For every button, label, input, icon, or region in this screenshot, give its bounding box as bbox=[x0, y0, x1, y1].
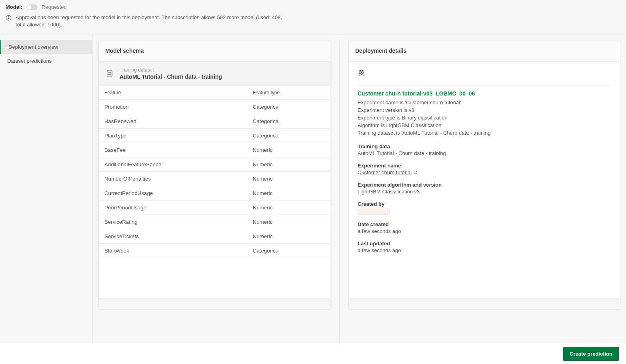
training-data-label: Training data bbox=[358, 143, 611, 149]
feature-type-cell: Numeric bbox=[247, 157, 330, 172]
experiment-link-text: Customer churn tutorial bbox=[358, 169, 412, 175]
feature-cell: ServiceTickets bbox=[99, 229, 247, 244]
table-row: PromotionCategorical bbox=[99, 100, 330, 114]
feature-type-cell: Categorical bbox=[247, 114, 330, 129]
feature-type-cell: Categorical bbox=[247, 100, 330, 114]
svg-point-3 bbox=[107, 70, 112, 73]
table-row: HasRenewedCategorical bbox=[99, 114, 330, 129]
algorithm-value: LightGBM Classification v3 bbox=[358, 189, 611, 195]
feature-cell: HasRenewed bbox=[99, 114, 247, 129]
table-row: StartWeekCategorical bbox=[99, 244, 330, 258]
deployment-details-card: Deployment details Customer churn tutori… bbox=[348, 40, 620, 310]
database-icon bbox=[105, 69, 114, 78]
model-status: Requested bbox=[42, 4, 67, 10]
experiment-name-label: Experiment name bbox=[358, 163, 611, 169]
approval-info: Approval has been requested for the mode… bbox=[6, 14, 286, 28]
table-row: PlanTypeCategorical bbox=[99, 129, 330, 143]
details-line: Algorithm is LightGBM Classification bbox=[358, 122, 611, 129]
details-footer bbox=[349, 298, 620, 309]
feature-type-cell: Numeric bbox=[247, 215, 330, 229]
table-row: CurrentPeriodUsageNumeric bbox=[99, 186, 330, 201]
atom-icon bbox=[358, 69, 366, 77]
training-dataset-row: Training dataset AutoML Tutorial - Churn… bbox=[99, 62, 330, 86]
table-row: AdditionalFeatureSpendNumeric bbox=[99, 157, 330, 172]
col-feature: Feature bbox=[99, 86, 247, 100]
svg-point-6 bbox=[361, 72, 362, 73]
experiment-link[interactable]: Customer churn tutorial bbox=[358, 169, 418, 175]
feature-cell: PlanType bbox=[99, 129, 247, 143]
feature-type-cell: Numeric bbox=[247, 229, 330, 244]
details-line: Experiment name is 'Customer churn tutor… bbox=[358, 99, 611, 107]
sidebar-item-predictions[interactable]: Dataset predictions bbox=[0, 54, 92, 68]
feature-type-cell: Numeric bbox=[247, 172, 330, 186]
feature-cell: BaseFee bbox=[99, 143, 247, 157]
top-bar: Model: Requested Approval has been reque… bbox=[0, 0, 626, 34]
feature-type-cell: Categorical bbox=[247, 129, 330, 143]
model-name: Customer churn tutorial-v03_LGBMC_00_06 bbox=[358, 90, 611, 97]
sidebar-item-overview[interactable]: Deployment overview bbox=[0, 40, 92, 54]
created-by-label: Created by bbox=[358, 201, 611, 207]
algorithm-label: Experiment algorithm and version bbox=[358, 182, 611, 188]
table-row: PriorPeriodUsageNumeric bbox=[99, 201, 330, 215]
table-row: BaseFeeNumeric bbox=[99, 143, 330, 157]
feature-cell: Promotion bbox=[99, 100, 247, 114]
feature-cell: AdditionalFeatureSpend bbox=[99, 157, 247, 172]
details-line: Experiment type is Binary classification bbox=[358, 114, 611, 122]
model-status-row: Model: Requested bbox=[6, 4, 620, 10]
details-line: Training dataset is 'AutoML Tutorial - C… bbox=[358, 129, 611, 137]
training-dataset-name: AutoML Tutorial - Churn data - training bbox=[120, 74, 222, 80]
svg-point-2 bbox=[8, 16, 9, 17]
details-header: Deployment details bbox=[349, 40, 620, 62]
external-link-icon bbox=[413, 170, 418, 175]
table-row: NumberOfPenaltiesNumeric bbox=[99, 172, 330, 186]
create-prediction-button[interactable]: Create prediction bbox=[563, 347, 619, 361]
last-updated-label: Last updated bbox=[358, 241, 611, 247]
feature-cell: StartWeek bbox=[99, 244, 247, 258]
schema-footer bbox=[99, 298, 330, 309]
created-by-value bbox=[358, 209, 390, 215]
model-toggle[interactable] bbox=[26, 4, 38, 10]
bottom-bar: Create prediction bbox=[0, 343, 626, 364]
feature-type-cell: Numeric bbox=[247, 143, 330, 157]
training-data-value: AutoML Tutorial - Churn data - training bbox=[358, 150, 611, 156]
feature-type-cell: Numeric bbox=[247, 186, 330, 201]
date-created-label: Date created bbox=[358, 221, 611, 227]
date-created-value: a few seconds ago bbox=[358, 228, 611, 234]
table-row: ServiceTicketsNumeric bbox=[99, 229, 330, 244]
feature-type-cell: Categorical bbox=[247, 244, 330, 258]
feature-cell: CurrentPeriodUsage bbox=[99, 186, 247, 201]
approval-text: Approval has been requested for the mode… bbox=[16, 14, 286, 28]
table-row: ServiceRatingNumeric bbox=[99, 215, 330, 229]
details-line: Experiment version is v3 bbox=[358, 107, 611, 114]
sidebar: Deployment overview Dataset predictions … bbox=[0, 34, 93, 364]
feature-cell: ServiceRating bbox=[99, 215, 247, 229]
feature-type-cell: Numeric bbox=[247, 201, 330, 215]
col-feature-type: Feature type bbox=[247, 86, 330, 100]
model-schema-header: Model schema bbox=[99, 40, 330, 62]
training-dataset-label: Training dataset bbox=[120, 67, 222, 73]
model-schema-card: Model schema Training dataset AutoML Tut… bbox=[98, 40, 330, 310]
schema-table: Feature Feature type PromotionCategorica… bbox=[99, 86, 330, 258]
last-updated-value: a few seconds ago bbox=[358, 247, 611, 253]
feature-cell: PriorPeriodUsage bbox=[99, 201, 247, 215]
info-icon bbox=[6, 15, 12, 21]
feature-cell: NumberOfPenalties bbox=[99, 172, 247, 186]
model-label: Model: bbox=[6, 4, 22, 10]
